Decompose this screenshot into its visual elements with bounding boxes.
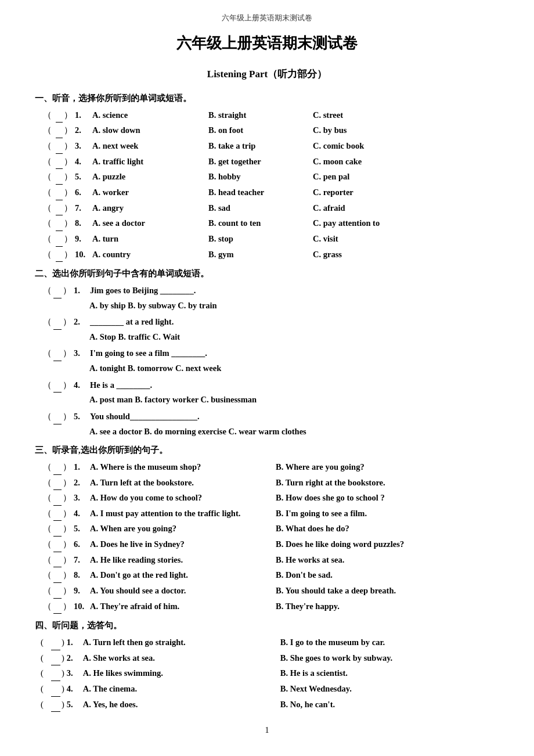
question-block: （ ）3.I'm going to see a film ________.A.… (35, 346, 499, 375)
question-row: （ ）8.A. Don't go at the red light.B. Don… (35, 568, 499, 583)
question-row: （ ）3.A. How do you come to school?B. How… (35, 491, 499, 506)
question-block: （ ）2.________ at a red light.A. Stop B. … (35, 315, 499, 344)
question-row: （ ）2.A. slow downB. on footC. by bus (35, 123, 499, 138)
section2-title: 二、选出你所听到句子中含有的单词或短语。 (35, 267, 499, 281)
main-title: 六年级上册英语期末测试卷 (35, 30, 499, 56)
main-title-text: 六年级上册英语期末测试卷 (176, 34, 358, 52)
question-row: （ ）6.A. workerB. head teacherC. reporter (35, 185, 499, 200)
section2-questions: （ ）1.Jim goes to Beijing ________.A. by … (35, 283, 499, 438)
question-row: （ ）6.A. Does he live in Sydney?B. Does h… (35, 537, 499, 552)
question-row: （ ）7.A. He like reading stories.B. He wo… (35, 553, 499, 568)
listening-part-title: Listening Part（听力部分） (35, 66, 499, 83)
section3-title: 三、听录音,选出你所听到的句子。 (35, 443, 499, 458)
question-row: （ ）4.A. I must pay attention to the traf… (35, 506, 499, 521)
question-row: ( )4.A. The cinema.B. Next Wednesday. (35, 682, 499, 697)
question-block: （ ）4.He is a ________.A. post man B. fac… (35, 378, 499, 407)
section3-questions: （ ）1.A. Where is the museum shop?B. Wher… (35, 460, 499, 614)
section1-title: 一、听音，选择你所听到的单词或短语。 (35, 91, 499, 106)
question-row: ( )1.A. Turn left then go straight.B. I … (35, 635, 499, 650)
question-row: （ ）10.A. countryB. gymC. grass (35, 247, 499, 262)
question-row: （ ）10.A. They're afraid of him.B. They'r… (35, 599, 499, 614)
section1: 一、听音，选择你所听到的单词或短语。 （ ）1.A. scienceB. str… (35, 91, 499, 262)
question-row: （ ）1.A. Where is the museum shop?B. Wher… (35, 460, 499, 475)
question-row: （ ）9.A. You should see a doctor.B. You s… (35, 584, 499, 599)
question-row: （ ）2.A. Turn left at the bookstore.B. Tu… (35, 476, 499, 491)
question-row: （ ）7.A. angryB. sadC. afraid (35, 201, 499, 216)
question-block: （ ）1.Jim goes to Beijing ________.A. by … (35, 283, 499, 312)
question-row: ( )3.A. He likes swimming.B. He is a sci… (35, 666, 499, 681)
page-number: 1 (35, 723, 499, 737)
section4: 四、听问题，选答句。 ( )1.A. Turn left then go str… (35, 618, 499, 712)
page-header: 六年级上册英语期末测试卷 (35, 12, 499, 24)
question-row: （ ）5.A. puzzleB. hobbyC. pen pal (35, 170, 499, 185)
question-block: （ ）5.You should________________.A. see a… (35, 409, 499, 438)
section4-questions: ( )1.A. Turn left then go straight.B. I … (35, 635, 499, 712)
section4-title: 四、听问题，选答句。 (35, 618, 499, 633)
question-row: （ ）1.A. scienceB. straightC. street (35, 108, 499, 123)
section1-questions: （ ）1.A. scienceB. straightC. street（ ）2.… (35, 108, 499, 262)
top-label: 六年级上册英语期末测试卷 (222, 13, 312, 22)
question-row: （ ）3.A. next weekB. take a tripC. comic … (35, 139, 499, 154)
question-row: （ ）4.A. traffic lightB. get togetherC. m… (35, 154, 499, 170)
question-row: （ ）5.A. When are you going?B. What does … (35, 521, 499, 537)
section2: 二、选出你所听到句子中含有的单词或短语。 （ ）1.Jim goes to Be… (35, 267, 499, 438)
question-row: （ ）9.A. turnB. stopC. visit (35, 232, 499, 247)
question-row: ( )2.A. She works at sea.B. She goes to … (35, 651, 499, 666)
section3: 三、听录音,选出你所听到的句子。 （ ）1.A. Where is the mu… (35, 443, 499, 614)
question-row: ( )5.A. Yes, he does.B. No, he can't. (35, 697, 499, 712)
question-row: （ ）8.A. see a doctorB. count to tenC. pa… (35, 216, 499, 231)
